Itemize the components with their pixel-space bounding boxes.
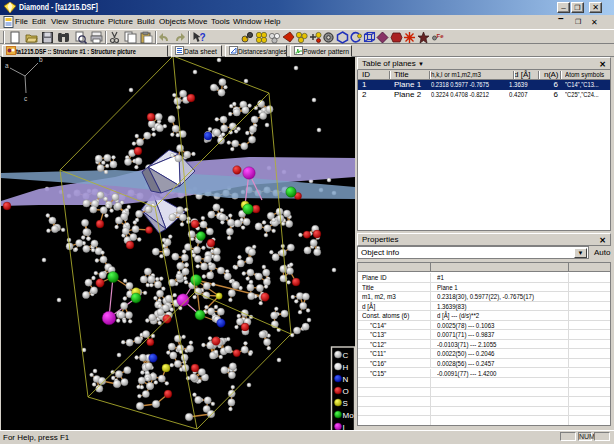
svg-text:N: N <box>343 375 349 384</box>
svg-text:Mo: Mo <box>343 411 355 420</box>
svg-text:Fe: Fe <box>437 33 445 39</box>
svg-text:H: H <box>343 363 349 372</box>
svg-text:a: a <box>5 62 9 69</box>
svg-text:S: S <box>343 399 348 408</box>
svg-text:c: c <box>24 95 28 102</box>
svg-text:b: b <box>39 57 43 63</box>
svg-text:?: ? <box>200 32 206 43</box>
svg-text:O: O <box>343 387 349 396</box>
svg-text:C: C <box>343 351 349 360</box>
svg-text:I: I <box>343 423 345 431</box>
